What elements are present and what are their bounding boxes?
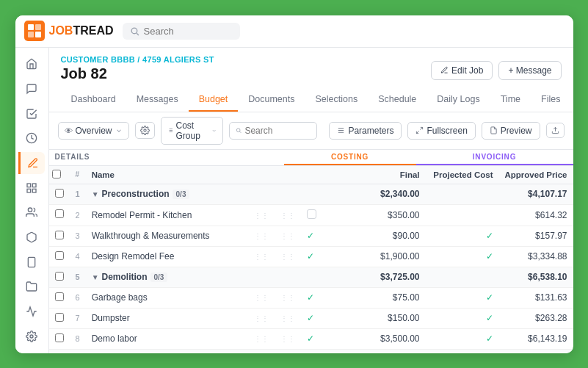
- table-body: 1 ▼ Preconstruction 0/3 $2,340.00 $4,107…: [49, 184, 573, 353]
- edit-icon: [440, 66, 449, 74]
- svg-line-6: [136, 32, 138, 35]
- checkbox[interactable]: [307, 209, 316, 219]
- search-bar[interactable]: [123, 23, 240, 40]
- drag-handle-2[interactable]: ⋮⋮: [280, 232, 295, 240]
- row-checkbox-3[interactable]: [55, 251, 64, 260]
- costing-header: COSTING: [284, 150, 416, 165]
- tab-selections[interactable]: Selections: [305, 88, 369, 112]
- sidebar-item-tasks[interactable]: [18, 103, 45, 125]
- fullscreen-btn[interactable]: Fullscreen: [407, 122, 475, 140]
- row-checkbox-7[interactable]: [55, 333, 64, 342]
- row-checkbox-2[interactable]: [55, 231, 64, 239]
- projected-cost-col-header: Projected Cost: [426, 166, 499, 184]
- drag-handle-2[interactable]: ⋮⋮: [280, 314, 295, 322]
- svg-rect-1: [28, 24, 34, 30]
- box-icon: [26, 231, 37, 243]
- row-checkbox-6[interactable]: [55, 313, 64, 322]
- table-row: 5 ▼ Demolition 0/3 $3,725.00 $6,538.10: [49, 267, 573, 287]
- chevron-down-icon: [115, 127, 123, 134]
- table-row: 1 ▼ Preconstruction 0/3 $2,340.00 $4,107…: [49, 184, 573, 204]
- drag-handle[interactable]: ⋮⋮: [254, 212, 269, 220]
- search-icon: [130, 26, 139, 36]
- chat-icon: [26, 83, 37, 95]
- view-select[interactable]: 👁 Overview: [58, 122, 129, 140]
- sidebar-item-clock[interactable]: [18, 128, 45, 150]
- svg-point-23: [237, 129, 241, 132]
- svg-rect-0: [24, 21, 45, 41]
- row-checkbox-1[interactable]: [55, 209, 64, 218]
- name-col-header: Name: [86, 166, 248, 184]
- drag-handle-2[interactable]: ⋮⋮: [280, 253, 295, 261]
- sidebar-item-folder[interactable]: [18, 276, 45, 298]
- group-select[interactable]: Cost Group: [161, 117, 224, 145]
- sidebar-item-phone[interactable]: [18, 251, 45, 273]
- tasks-icon: [26, 108, 37, 120]
- invoicing-header: INVOICING: [416, 150, 573, 165]
- cost-col-header: [323, 166, 367, 184]
- chevron-down-icon-2: [211, 127, 217, 134]
- sidebar-item-history[interactable]: [18, 300, 45, 322]
- drag-handle[interactable]: ⋮⋮: [254, 253, 269, 261]
- folder-icon: [26, 281, 37, 292]
- sidebar-item-pencil[interactable]: [18, 152, 45, 174]
- clock-icon: [26, 132, 37, 144]
- sidebar-item-home[interactable]: [18, 54, 45, 76]
- sidebar-item-people[interactable]: [18, 202, 45, 224]
- message-button[interactable]: + Message: [498, 61, 561, 80]
- sidebar-item-grid[interactable]: [18, 177, 45, 199]
- item-name: Design Remodel Fee: [86, 246, 248, 267]
- svg-line-28: [421, 127, 423, 129]
- tab-time[interactable]: Time: [490, 88, 531, 112]
- check-icon: ✓: [307, 313, 314, 323]
- tab-dashboard[interactable]: Dashboard: [61, 88, 126, 112]
- drag-handle[interactable]: ⋮⋮: [254, 335, 269, 343]
- search-input[interactable]: [144, 26, 232, 37]
- svg-line-24: [240, 131, 242, 133]
- drag-handle-2[interactable]: ⋮⋮: [280, 212, 295, 220]
- parameters-btn[interactable]: Parameters: [329, 122, 402, 140]
- row-checkbox-0[interactable]: [55, 189, 64, 198]
- sidebar-item-chat[interactable]: [18, 78, 45, 100]
- table-search-input[interactable]: [244, 126, 311, 136]
- tab-messages[interactable]: Messages: [126, 88, 189, 112]
- drag-handle[interactable]: ⋮⋮: [254, 232, 269, 240]
- select-all-checkbox[interactable]: [52, 170, 61, 178]
- svg-point-15: [30, 335, 33, 338]
- sidebar-item-box[interactable]: [18, 226, 45, 248]
- edit-job-button[interactable]: Edit Job: [431, 61, 493, 80]
- tab-files[interactable]: Files: [531, 88, 561, 112]
- row-checkbox-5[interactable]: [55, 292, 64, 301]
- export-btn[interactable]: [546, 123, 565, 138]
- sidebar-item-settings[interactable]: [18, 325, 45, 347]
- svg-point-12: [28, 208, 32, 212]
- tab-daily-logs[interactable]: Daily Logs: [427, 88, 490, 112]
- row-checkbox-4[interactable]: [55, 272, 64, 281]
- drag-handle-2[interactable]: ⋮⋮: [280, 294, 295, 302]
- group-icon: [167, 126, 173, 134]
- svg-line-29: [417, 131, 419, 133]
- toolbar: 👁 Overview Cost Group: [49, 112, 573, 150]
- sidebar: [15, 48, 49, 353]
- preview-btn[interactable]: Preview: [482, 122, 540, 140]
- item-name: Demo labor: [86, 328, 248, 349]
- group-badge: 0/3: [173, 190, 190, 199]
- settings-btn[interactable]: [135, 122, 155, 139]
- page-title: Job 82: [61, 65, 214, 82]
- tab-schedule[interactable]: Schedule: [368, 88, 427, 112]
- table-row: 3 Walkthrough & Measurements ⋮⋮ ⋮⋮ ✓ $90…: [49, 226, 573, 246]
- table-section: DETAILS COSTING INVOICING # Name: [49, 150, 573, 353]
- svg-point-16: [143, 129, 145, 131]
- svg-rect-4: [35, 32, 41, 37]
- tab-budget[interactable]: Budget: [189, 88, 239, 112]
- header-wrapper: CUSTOMER BBBB / 4759 ALGIERS ST Job 82 E…: [49, 48, 573, 112]
- parameters-icon: [337, 126, 345, 134]
- item-name: Garbage bags: [86, 287, 248, 308]
- drag-handle[interactable]: ⋮⋮: [254, 314, 269, 322]
- details-header: DETAILS: [49, 150, 284, 165]
- drag-handle[interactable]: ⋮⋮: [254, 294, 269, 302]
- toolbar-search[interactable]: [229, 122, 317, 140]
- drag-handle-2[interactable]: ⋮⋮: [280, 335, 295, 343]
- tab-nav: Dashboard Messages Budget Documents Sele…: [61, 88, 562, 112]
- svg-rect-8: [27, 184, 31, 187]
- tab-documents[interactable]: Documents: [238, 88, 305, 112]
